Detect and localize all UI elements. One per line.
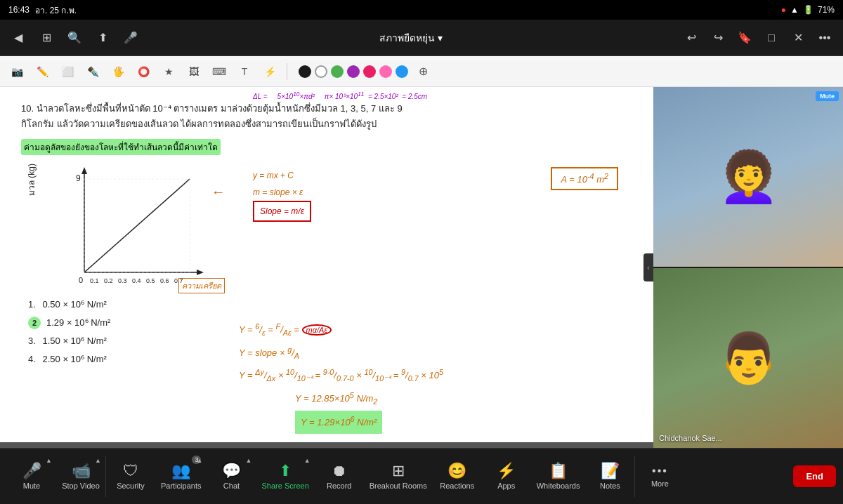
tb-whiteboards[interactable]: 📋 Whiteboards — [531, 449, 586, 504]
share-screen-chevron: ▲ — [304, 457, 311, 464]
date: อา. 25 ก.พ. — [35, 4, 77, 17]
end-button[interactable]: End — [793, 465, 836, 487]
wifi-icon: ▲ — [790, 5, 799, 15]
reactions-icon: 😊 — [447, 463, 466, 479]
text-tool[interactable]: T — [233, 60, 256, 83]
back-icon[interactable]: ◀ — [8, 28, 28, 48]
tb-notes[interactable]: 📝 Notes — [585, 449, 634, 504]
select-tool[interactable]: 🖐 — [107, 60, 129, 83]
notes-icon: 📝 — [601, 463, 620, 479]
status-right: ● ▲ 🔋 71% — [781, 5, 835, 15]
color-green[interactable] — [331, 65, 344, 78]
more-icon: ••• — [652, 465, 668, 477]
security-icon: 🛡 — [123, 463, 138, 479]
undo-icon[interactable]: ↩ — [681, 28, 701, 48]
color-blue[interactable] — [396, 65, 408, 78]
breakout-label: Breakout Rooms — [370, 482, 427, 490]
grid-icon[interactable]: ⊞ — [37, 28, 56, 48]
svg-line-13 — [84, 179, 190, 272]
more-icon[interactable]: ••• — [815, 28, 835, 48]
pen-tool[interactable]: ✏️ — [31, 60, 53, 83]
close-icon[interactable]: ✕ — [788, 28, 808, 48]
tb-mute[interactable]: 🎤 Mute ▲ — [7, 449, 56, 504]
area-formula-box: A = 10-4 m2 — [551, 167, 618, 190]
toolbar-center: สภาพยืดหยุ่น ▾ — [148, 30, 674, 46]
eraser-tool[interactable]: ⬜ — [56, 60, 79, 83]
colors-row: ⊕ — [299, 60, 434, 83]
mute-label: Mute — [23, 482, 40, 490]
more-label: More — [651, 479, 669, 488]
tb-record[interactable]: ⏺ Record — [315, 449, 364, 504]
camera-tool[interactable]: 📷 — [6, 60, 28, 83]
toolbar-separator — [287, 63, 287, 80]
whiteboards-icon: 📋 — [549, 463, 568, 479]
scroll-indicator[interactable] — [0, 442, 653, 448]
breakout-icon: ⊞ — [392, 463, 405, 479]
keyboard-tool[interactable]: ⌨ — [208, 60, 230, 83]
tb-participants[interactable]: 👥 Participants 3 ▲ — [155, 449, 207, 504]
image-tool[interactable]: 🖼 — [183, 60, 205, 83]
pen2-tool[interactable]: ⚡ — [259, 60, 281, 83]
svg-marker-2 — [81, 167, 87, 174]
add-color[interactable]: ⊕ — [412, 60, 434, 83]
bookmark-icon[interactable]: 🔖 — [735, 28, 754, 48]
chat-label: Chat — [223, 482, 240, 490]
record-icon: ⏺ — [332, 463, 347, 479]
mute-badge[interactable]: Mute — [816, 91, 839, 101]
shape-tool[interactable]: ⭕ — [132, 60, 155, 83]
dropdown-icon: ▾ — [438, 32, 443, 44]
y-axis-label: มวล (kg) — [25, 164, 38, 196]
meeting-title[interactable]: สภาพยืดหยุ่น ▾ — [379, 30, 443, 46]
tb-security[interactable]: 🛡 Security — [106, 449, 155, 504]
tb-chat[interactable]: 💬 Chat ▲ — [207, 449, 256, 504]
highlight-question: ค่ามอดูลัสของยังของโลหะที่ใช้ทำเส้นลวดนี… — [21, 139, 221, 155]
mute-chevron: ▲ — [46, 457, 52, 464]
redo-icon[interactable]: ↪ — [708, 28, 728, 48]
x-axis-label: ความเครียด — [178, 278, 225, 293]
tb-breakout[interactable]: ⊞ Breakout Rooms — [364, 449, 433, 504]
share-screen-label: Share Screen — [261, 482, 308, 490]
chat-chevron: ▲ — [246, 457, 252, 464]
security-label: Security — [117, 482, 145, 490]
top-toolbar: ◀ ⊞ 🔍 ⬆ 🎤 สภาพยืดหยุ่น ▾ ↩ ↪ 🔖 □ ✕ ••• — [0, 20, 843, 56]
battery-level: 71% — [818, 5, 835, 15]
tb-stop-video[interactable]: 📹 Stop Video ▲ — [56, 449, 105, 504]
tb-reactions[interactable]: 😊 Reactions — [433, 449, 482, 504]
status-bar: 16:43 อา. 25 ก.พ. ● ▲ 🔋 71% — [0, 0, 843, 20]
color-purple[interactable] — [347, 65, 360, 78]
tb-share-screen[interactable]: ⬆ Share Screen ▲ — [256, 449, 314, 504]
svg-text:0.2: 0.2 — [104, 277, 113, 284]
answer-1: 1. 0.50 × 10⁶ N/m² — [28, 296, 632, 314]
video-panel: 👩‍🦱 Mute 👨 Chidchanok Sae... — [653, 87, 843, 448]
star-tool[interactable]: ★ — [157, 60, 180, 83]
participants-label: Participants — [161, 482, 201, 490]
color-black[interactable] — [299, 65, 311, 78]
svg-text:9: 9 — [76, 173, 81, 183]
toolbar-left: ◀ ⊞ 🔍 ⬆ 🎤 — [8, 28, 140, 48]
share-icon[interactable]: ⬆ — [93, 28, 112, 48]
time: 16:43 — [8, 5, 30, 15]
mic-icon[interactable]: 🎤 — [121, 28, 140, 48]
color-pink[interactable] — [363, 65, 376, 78]
svg-text:0: 0 — [79, 276, 83, 284]
sidebar-toggle[interactable]: ‹ — [643, 253, 653, 281]
share-screen-icon: ⬆ — [279, 463, 292, 479]
tb-more[interactable]: ••• More — [635, 449, 684, 504]
bottom-formulas: Y = 6/ε = F/Aε = mα/Aε Y = slope × g/A Y… — [239, 319, 443, 434]
color-white[interactable] — [315, 65, 327, 78]
svg-text:0.4: 0.4 — [132, 277, 141, 284]
video-feed-1: 👩‍🦱 Mute — [653, 87, 843, 267]
notes-label: Notes — [600, 482, 620, 490]
search-icon[interactable]: 🔍 — [65, 28, 84, 48]
person1-video: 👩‍🦱 — [653, 87, 843, 267]
battery-icon: 🔋 — [803, 5, 813, 15]
person-name: Chidchanok Sae... — [659, 434, 722, 442]
whiteboards-label: Whiteboards — [537, 482, 580, 490]
highlighter-tool[interactable]: ✒️ — [81, 60, 104, 83]
record-label: Record — [327, 482, 351, 490]
graph-svg: 9 0 0.1 0.2 0.3 0.4 0.5 0.6 0.7 — [63, 164, 204, 290]
tb-apps[interactable]: ⚡ Apps — [482, 449, 531, 504]
save-icon[interactable]: □ — [762, 28, 781, 48]
mute-icon: 🎤 — [22, 463, 41, 479]
color-lightpink[interactable] — [379, 65, 392, 78]
